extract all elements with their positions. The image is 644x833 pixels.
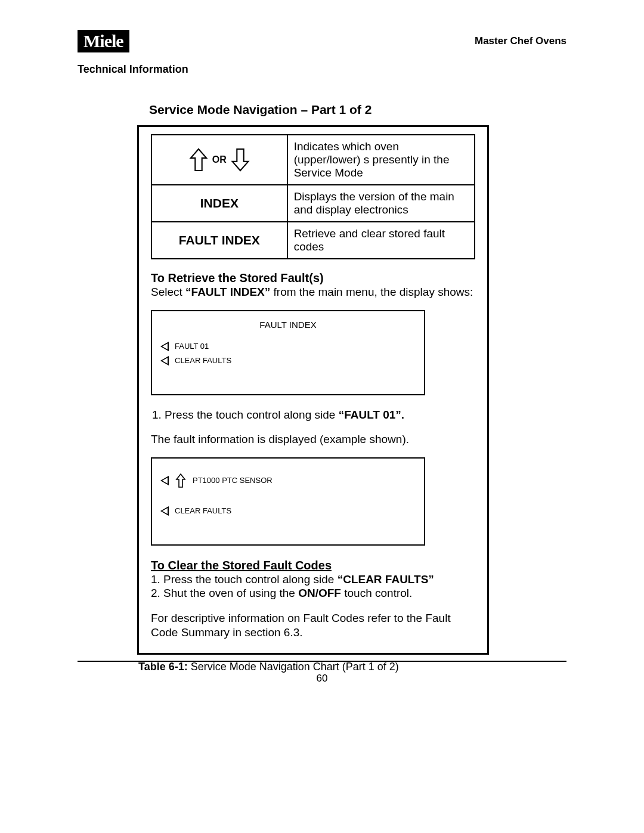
text: 2. Shut the oven of using the [151, 587, 298, 599]
page-number: 60 [0, 673, 644, 685]
clear-step-2: 2. Shut the oven of using the ON/OFF tou… [151, 586, 475, 600]
retrieve-intro: Select “FAULT INDEX” from the main menu,… [151, 285, 475, 299]
text: 1. Press the touch control along side [152, 408, 339, 421]
display-item: CLEAR FAULTS [175, 356, 231, 365]
nav-desc: Displays the version of the main and dis… [287, 185, 475, 222]
clear-note: For descriptive information on Fault Cod… [151, 611, 475, 640]
header-subtitle: Technical Information [78, 63, 566, 76]
text: Select [151, 286, 185, 298]
triangle-left-icon [160, 506, 169, 516]
text: 1. Press the touch control along side [151, 573, 338, 586]
caption-text: Service Mode Navigation Chart (Part 1 of… [188, 661, 399, 673]
nav-desc: Retrieve and clear stored fault codes [287, 222, 475, 259]
clear-heading: To Clear the Stored Fault Codes [151, 559, 475, 572]
caption-label: Table 6-1: [138, 661, 188, 673]
text-bold: ON/OFF [298, 587, 341, 599]
display-panel-2: PT1000 PTC SENSOR CLEAR FAULTS [151, 457, 425, 546]
triangle-left-icon [160, 356, 169, 366]
brand-logo: Miele [78, 30, 129, 52]
text-bold: “CLEAR FAULTS” [338, 573, 434, 586]
display-row: CLEAR FAULTS [160, 356, 416, 366]
display-item: CLEAR FAULTS [175, 506, 231, 515]
display-row: PT1000 PTC SENSOR [160, 473, 416, 488]
or-label: OR [212, 154, 227, 165]
display-item: PT1000 PTC SENSOR [193, 476, 273, 485]
retrieve-heading: To Retrieve the Stored Fault(s) [151, 271, 475, 285]
down-arrow-icon [229, 147, 252, 173]
display-title: FAULT INDEX [160, 320, 416, 330]
display-panel-1: FAULT INDEX FAULT 01 CLEAR FAULTS [151, 310, 425, 395]
text-bold: “FAULT 01”. [339, 408, 405, 421]
nav-table: OR Indicates which oven (upper/lower) s … [151, 134, 475, 259]
after-step-text: The fault information is displayed (exam… [151, 432, 475, 447]
nav-label: FAULT INDEX [151, 222, 287, 259]
up-arrow-icon [187, 147, 210, 173]
display-row: CLEAR FAULTS [160, 506, 416, 516]
nav-arrows-cell: OR [151, 135, 287, 185]
section-title: Service Mode Navigation – Part 1 of 2 [149, 103, 489, 117]
footer-rule [78, 661, 566, 662]
nav-label: INDEX [151, 185, 287, 222]
triangle-left-icon [160, 476, 169, 485]
display-item: FAULT 01 [175, 342, 209, 351]
text-bold: “FAULT INDEX” [185, 286, 270, 298]
clear-step-1: 1. Press the touch control along side “C… [151, 572, 475, 587]
text: from the main menu, the display shows: [270, 286, 473, 298]
table-row: INDEX Displays the version of the main a… [151, 185, 475, 222]
table-row: FAULT INDEX Retrieve and clear stored fa… [151, 222, 475, 259]
nav-desc: Indicates which oven (upper/lower) s pre… [287, 135, 475, 185]
display-row: FAULT 01 [160, 342, 416, 351]
table-caption: Table 6-1: Service Mode Navigation Chart… [138, 661, 489, 673]
table-row: OR Indicates which oven (upper/lower) s … [151, 135, 475, 185]
up-arrow-icon [175, 473, 187, 488]
header-product: Master Chef Ovens [475, 35, 566, 47]
main-frame: OR Indicates which oven (upper/lower) s … [137, 125, 489, 655]
step-1: 1. Press the touch control along side “F… [152, 408, 475, 422]
triangle-left-icon [160, 342, 169, 351]
text: touch control. [341, 587, 412, 599]
